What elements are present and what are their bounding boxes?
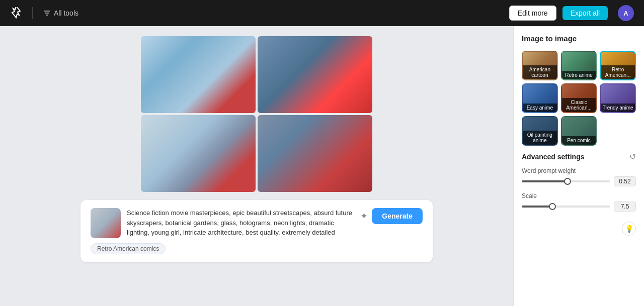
generate-button[interactable]: Generate: [372, 208, 423, 224]
style-card-label-oil-painting-anime: Oil painting anime: [523, 131, 557, 145]
reset-icon[interactable]: ↺: [629, 152, 636, 161]
prompt-actions: ✦ Generate: [360, 208, 423, 224]
word-prompt-weight-slider-row: 0.52: [522, 176, 636, 186]
tools-icon: [43, 9, 51, 17]
export-all-button[interactable]: Export all: [562, 6, 608, 20]
all-tools-label: All tools: [54, 9, 78, 17]
scale-thumb[interactable]: [549, 203, 556, 210]
scale-track[interactable]: [522, 206, 610, 208]
prompt-area: Science fiction movie masterpieces, epic…: [80, 200, 433, 262]
style-grid: American cartoon Retro anime Retro Ameri…: [522, 51, 636, 146]
advanced-settings-header: Advanced settings ↺: [522, 152, 636, 161]
style-card-label-classic-american: Classic American...: [562, 98, 596, 112]
lightbulb-button[interactable]: 💡: [622, 222, 636, 236]
style-card-label-american-cartoon: American cartoon: [523, 65, 557, 79]
image-1: [141, 36, 256, 113]
image-4: [258, 115, 372, 192]
word-prompt-weight-track[interactable]: [522, 180, 610, 182]
image-cell-3[interactable]: [141, 115, 256, 192]
word-prompt-weight-label: Word prompt weight: [522, 167, 636, 174]
image-cell-1[interactable]: [141, 36, 256, 113]
style-card-retro-american[interactable]: Retro American...: [600, 51, 636, 80]
scale-label: Scale: [522, 192, 636, 199]
navbar-divider: [32, 7, 33, 19]
style-card-trendy-anime[interactable]: Trendy anime: [600, 83, 636, 113]
style-card-label-retro-anime: Retro anime: [562, 71, 596, 79]
image-grid: [141, 36, 372, 192]
image-2: [258, 36, 372, 113]
main-layout: Science fiction movie masterpieces, epic…: [0, 26, 644, 306]
word-prompt-weight-value: 0.52: [614, 176, 636, 186]
scale-value: 7.5: [614, 201, 636, 212]
navbar: All tools Edit more Export all A: [0, 0, 644, 26]
style-card-oil-painting-anime[interactable]: Oil painting anime: [522, 116, 558, 146]
advanced-settings-title: Advanced settings: [522, 153, 584, 161]
style-card-classic-american[interactable]: Classic American...: [561, 83, 597, 113]
center-content: Science fiction movie masterpieces, epic…: [0, 26, 513, 306]
magic-icon: ✦: [360, 211, 368, 222]
right-panel: Image to image American cartoon Retro an…: [513, 26, 644, 306]
style-card-label-easy-anime: Easy anime: [523, 104, 557, 112]
word-prompt-weight-setting: Word prompt weight 0.52: [522, 167, 636, 186]
style-card-pen-comic[interactable]: Pen comic: [561, 116, 597, 146]
prompt-row: Science fiction movie masterpieces, epic…: [91, 208, 423, 238]
style-card-american-cartoon[interactable]: American cartoon: [522, 51, 558, 80]
style-card-label-trendy-anime: Trendy anime: [601, 104, 635, 112]
style-card-label-retro-american: Retro American...: [601, 65, 635, 79]
prompt-tags-row: Retro American comics: [91, 243, 423, 254]
magic-enhance-button[interactable]: ✦: [360, 211, 368, 222]
app-logo: [10, 7, 22, 19]
all-tools-nav[interactable]: All tools: [43, 9, 78, 17]
scale-slider-row: 7.5: [522, 201, 636, 212]
image-3: [141, 115, 256, 192]
image-cell-2[interactable]: [258, 36, 372, 113]
prompt-thumbnail: [91, 208, 121, 238]
edit-more-button[interactable]: Edit more: [509, 6, 556, 21]
panel-title: Image to image: [522, 34, 636, 43]
prompt-tag[interactable]: Retro American comics: [91, 243, 166, 254]
prompt-text[interactable]: Science fiction movie masterpieces, epic…: [127, 208, 354, 238]
word-prompt-weight-fill: [522, 180, 568, 182]
style-card-retro-anime[interactable]: Retro anime: [561, 51, 597, 80]
image-cell-4[interactable]: [258, 115, 372, 192]
avatar[interactable]: A: [618, 5, 634, 21]
word-prompt-weight-thumb[interactable]: [564, 178, 571, 185]
style-card-label-pen-comic: Pen comic: [562, 136, 596, 145]
style-card-easy-anime[interactable]: Easy anime: [522, 83, 558, 113]
scale-setting: Scale 7.5: [522, 192, 636, 212]
scale-fill: [522, 206, 552, 208]
